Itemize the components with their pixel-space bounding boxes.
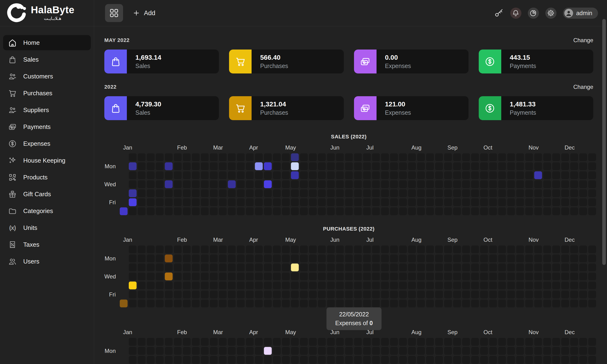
heatmap-cell[interactable]: [462, 153, 470, 161]
heatmap-cell[interactable]: [264, 189, 272, 197]
heatmap-cell[interactable]: [255, 356, 263, 364]
heatmap-cell[interactable]: [210, 347, 218, 355]
heatmap-cell[interactable]: [192, 171, 200, 179]
heatmap-cell[interactable]: [417, 198, 425, 206]
heatmap-cell[interactable]: [273, 273, 281, 280]
heatmap-cell[interactable]: [201, 180, 209, 188]
heatmap-cell[interactable]: [417, 263, 425, 271]
heatmap-cell[interactable]: [255, 180, 263, 188]
sidebar-item-customers[interactable]: Customers: [3, 69, 91, 84]
heatmap-cell[interactable]: [588, 347, 596, 355]
heatmap-cell[interactable]: [579, 153, 587, 161]
heatmap-cell[interactable]: [480, 189, 488, 197]
heatmap-cell[interactable]: [471, 356, 479, 364]
heatmap-cell[interactable]: [345, 180, 353, 188]
heatmap-cell[interactable]: [435, 290, 443, 298]
heatmap-cell[interactable]: [219, 263, 227, 271]
heatmap-cell[interactable]: [471, 255, 479, 262]
heatmap-cell[interactable]: [444, 162, 452, 170]
heatmap-cell[interactable]: [327, 207, 335, 215]
heatmap-cell[interactable]: [255, 171, 263, 179]
heatmap-cell[interactable]: [516, 153, 524, 161]
heatmap-cell[interactable]: [534, 162, 542, 170]
heatmap-cell[interactable]: [570, 198, 578, 206]
reports-button[interactable]: [528, 8, 539, 19]
heatmap-cell[interactable]: [336, 338, 344, 346]
heatmap-cell[interactable]: [489, 189, 497, 197]
heatmap-cell[interactable]: [291, 338, 299, 346]
heatmap-cell[interactable]: [318, 207, 326, 215]
heatmap-cell[interactable]: [354, 162, 362, 170]
heatmap-cell[interactable]: [201, 356, 209, 364]
heatmap-cell[interactable]: [372, 338, 380, 346]
heatmap-cell[interactable]: [498, 180, 506, 188]
heatmap-cell[interactable]: [444, 338, 452, 346]
heatmap-cell[interactable]: [228, 356, 236, 364]
heatmap-cell[interactable]: [417, 290, 425, 298]
heatmap-cell[interactable]: [228, 171, 236, 179]
heatmap-cell[interactable]: [570, 347, 578, 355]
heatmap-cell[interactable]: [363, 189, 371, 197]
sidebar-item-users[interactable]: Users: [3, 254, 91, 269]
heatmap-cell[interactable]: [129, 255, 137, 262]
heatmap-cell[interactable]: [435, 273, 443, 280]
heatmap-cell[interactable]: [201, 207, 209, 215]
heatmap-cell[interactable]: [246, 171, 254, 179]
heatmap-cell[interactable]: [174, 338, 182, 346]
heatmap-cell[interactable]: [534, 356, 542, 364]
heatmap-cell[interactable]: [435, 180, 443, 188]
heatmap-cell[interactable]: [336, 180, 344, 188]
heatmap-cell[interactable]: [570, 246, 578, 253]
heatmap-cell[interactable]: [561, 189, 569, 197]
heatmap-cell[interactable]: [282, 207, 290, 215]
heatmap-cell[interactable]: [399, 162, 407, 170]
heatmap-cell[interactable]: [417, 171, 425, 179]
heatmap-cell[interactable]: [264, 263, 272, 271]
heatmap-cell[interactable]: [525, 356, 533, 364]
heatmap-cell[interactable]: [300, 162, 308, 170]
heatmap-cell[interactable]: [273, 290, 281, 298]
heatmap-cell[interactable]: [489, 255, 497, 262]
heatmap-cell[interactable]: [399, 207, 407, 215]
heatmap-cell[interactable]: [579, 189, 587, 197]
heatmap-cell[interactable]: [399, 282, 407, 289]
heatmap-cell[interactable]: [282, 338, 290, 346]
heatmap-cell[interactable]: [264, 347, 272, 355]
heatmap-cell[interactable]: [147, 356, 155, 364]
heatmap-cell[interactable]: [390, 255, 398, 262]
heatmap-cell[interactable]: [300, 290, 308, 298]
heatmap-cell[interactable]: [228, 162, 236, 170]
heatmap-cell[interactable]: [228, 263, 236, 271]
heatmap-cell[interactable]: [219, 255, 227, 262]
heatmap-cell[interactable]: [498, 347, 506, 355]
heatmap-cell[interactable]: [399, 338, 407, 346]
heatmap-cell[interactable]: [453, 189, 461, 197]
heatmap-cell[interactable]: [219, 189, 227, 197]
notifications-button[interactable]: [510, 8, 521, 19]
heatmap-cell[interactable]: [273, 189, 281, 197]
heatmap-cell[interactable]: [444, 171, 452, 179]
heatmap-cell[interactable]: [138, 171, 145, 179]
month-change-link[interactable]: Change: [573, 37, 593, 44]
heatmap-cell[interactable]: [264, 299, 272, 307]
sidebar-item-payments[interactable]: Payments: [3, 119, 91, 134]
heatmap-cell[interactable]: [516, 356, 524, 364]
heatmap-cell[interactable]: [210, 273, 218, 280]
heatmap-cell[interactable]: [183, 338, 191, 346]
heatmap-cell[interactable]: [489, 347, 497, 355]
heatmap-cell[interactable]: [525, 338, 533, 346]
heatmap-cell[interactable]: [192, 255, 200, 262]
heatmap-cell[interactable]: [390, 207, 398, 215]
heatmap-cell[interactable]: [462, 180, 470, 188]
heatmap-cell[interactable]: [570, 356, 578, 364]
heatmap-cell[interactable]: [435, 171, 443, 179]
heatmap-cell[interactable]: [147, 263, 155, 271]
heatmap-cell[interactable]: [345, 299, 353, 307]
heatmap-cell[interactable]: [336, 290, 344, 298]
heatmap-cell[interactable]: [417, 180, 425, 188]
heatmap-cell[interactable]: [399, 246, 407, 253]
heatmap-cell[interactable]: [219, 171, 227, 179]
heatmap-cell[interactable]: [183, 198, 191, 206]
heatmap-cell[interactable]: [525, 198, 533, 206]
heatmap-cell[interactable]: [165, 153, 173, 161]
